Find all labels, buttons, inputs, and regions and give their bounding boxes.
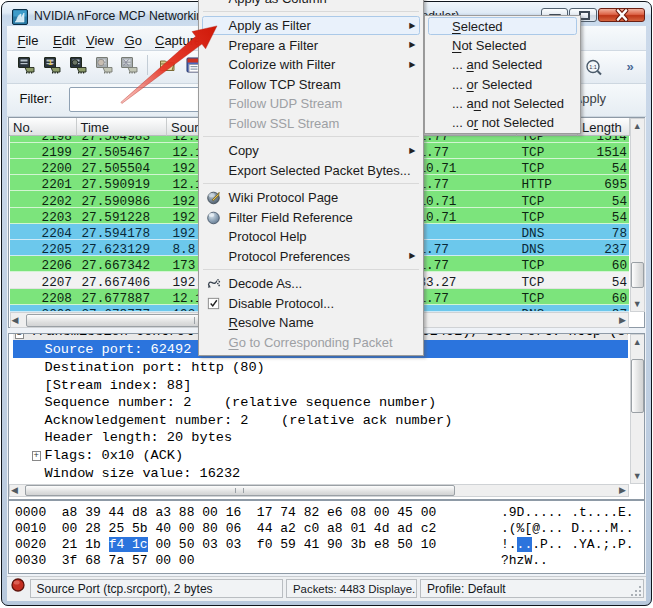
- svg-text:1: 1: [48, 58, 53, 67]
- svg-text:1:1: 1:1: [589, 64, 597, 70]
